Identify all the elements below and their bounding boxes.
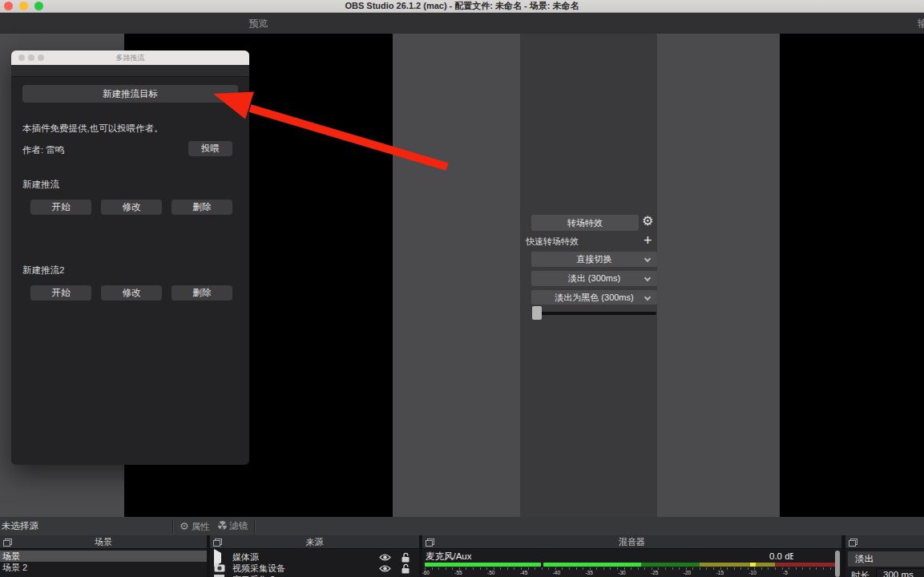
transition-slider-track[interactable] bbox=[533, 312, 656, 315]
sources-dock-header[interactable]: 来源 bbox=[210, 535, 419, 549]
quick-transition-fade-button[interactable]: 淡出 (300ms) bbox=[531, 271, 657, 286]
meter-peak-indicator bbox=[750, 563, 756, 567]
source-list-item[interactable]: 媒体源 bbox=[210, 551, 419, 563]
mixer-dock: 混音器 麦克风/Aux 0.0 dB -60 -55 -50 -45 -40 -… bbox=[422, 535, 841, 577]
stream1-start-button[interactable]: 开始 bbox=[30, 200, 91, 215]
scenes-dock-title: 场景 bbox=[95, 537, 112, 547]
dialog-minimize-icon[interactable] bbox=[28, 54, 34, 61]
transition-properties-gear-icon[interactable]: ⚙ bbox=[642, 213, 653, 228]
popout-dock-icon[interactable] bbox=[213, 539, 222, 547]
source-list-item[interactable]: 视频采集设备 bbox=[210, 563, 419, 574]
quick-transition-fade-label: 淡出 (300ms) bbox=[568, 273, 620, 283]
media-source-icon bbox=[214, 552, 227, 563]
stream2-name: 新建推流2 bbox=[22, 264, 64, 276]
plugin-free-text: 本插件免费提供,也可以投喂作者。 bbox=[22, 123, 163, 135]
filters-label: 滤镜 bbox=[229, 521, 248, 531]
transitions-header-button[interactable]: 转场特效 bbox=[531, 215, 639, 231]
meter-segment-olive bbox=[700, 563, 775, 567]
view-label-strip: 预览 输出 bbox=[0, 13, 924, 34]
mixer-channel-level: 0.0 dB bbox=[769, 551, 793, 562]
meter-tick-label: -30 bbox=[618, 570, 625, 575]
mixer-channel-name: 麦克风/Aux bbox=[426, 551, 472, 562]
properties-button[interactable]: ⚙ 属性 bbox=[180, 517, 210, 535]
author-label: 作者: 雷鸣 bbox=[22, 144, 64, 156]
minimize-window-icon[interactable] bbox=[19, 2, 28, 10]
dialog-close-icon[interactable] bbox=[18, 54, 25, 61]
scene-transitions-dock-header[interactable] bbox=[845, 535, 924, 549]
program-canvas[interactable] bbox=[780, 34, 924, 517]
multi-stream-dialog: 多路推流 新建推流目标 本插件免费提供,也可以投喂作者。 作者: 雷鸣 投喂 新… bbox=[11, 50, 249, 465]
no-source-selected-label: 未选择源 bbox=[2, 517, 38, 535]
meter-tick-label: -15 bbox=[716, 570, 724, 575]
meter-segment-bright-green bbox=[425, 563, 641, 567]
filters-icon bbox=[218, 521, 227, 530]
gear-icon: ⚙ bbox=[180, 520, 189, 532]
meter-tick-label: -60 bbox=[422, 570, 430, 575]
meter-notch bbox=[541, 563, 543, 567]
transition-select[interactable]: 淡出 bbox=[848, 551, 924, 567]
dialog-zoom-icon[interactable] bbox=[38, 54, 44, 61]
filters-button[interactable]: 滤镜 bbox=[218, 517, 248, 535]
toolbar-divider bbox=[172, 519, 173, 533]
system-titlebar: OBS Studio 26.1.2 (mac) - 配置文件: 未命名 - 场景… bbox=[0, 0, 924, 13]
chevron-down-icon bbox=[644, 275, 651, 281]
volume-meter bbox=[425, 563, 837, 567]
quick-transition-cut-label: 直接切换 bbox=[577, 254, 612, 264]
dialog-title: 多路推流 bbox=[116, 54, 145, 62]
camera-source-icon bbox=[214, 563, 227, 575]
mixer-dock-header[interactable]: 混音器 bbox=[422, 535, 841, 549]
stream2-delete-button[interactable]: 删除 bbox=[171, 285, 232, 301]
source-name: 视频采集设备 bbox=[232, 563, 285, 574]
new-stream-target-button[interactable]: 新建推流目标 bbox=[22, 85, 238, 103]
stream2-modify-button[interactable]: 修改 bbox=[101, 285, 162, 301]
meter-segment-red bbox=[775, 563, 837, 567]
duration-spinner[interactable]: 300 ms bbox=[876, 568, 924, 577]
quick-transition-cut-button[interactable]: 直接切换 bbox=[531, 252, 657, 267]
quick-transition-fade-black-label: 淡出为黑色 (300ms) bbox=[555, 293, 633, 302]
stream1-name: 新建推流 bbox=[22, 179, 59, 191]
docks-area: 场景 场景 场景 2 来源 媒体源 bbox=[0, 535, 924, 577]
quick-transition-fade-black-button[interactable]: 淡出为黑色 (300ms) bbox=[531, 290, 657, 305]
meter-tick-label: -25 bbox=[651, 570, 658, 575]
status-toolbar: 未选择源 ⚙ 属性 滤镜 bbox=[0, 517, 924, 535]
stream1-delete-button[interactable]: 删除 bbox=[171, 200, 232, 215]
meter-tick-label: -50 bbox=[487, 570, 494, 575]
scene-name: 场景 2 bbox=[2, 562, 27, 573]
mixer-scrollbar[interactable] bbox=[835, 551, 840, 577]
stream1-modify-button[interactable]: 修改 bbox=[101, 200, 162, 215]
program-view-label: 输出 bbox=[918, 13, 924, 34]
meter-tick-label: -40 bbox=[553, 570, 560, 575]
meter-tick-label: -45 bbox=[520, 570, 527, 575]
meter-tick-label: -55 bbox=[454, 570, 462, 575]
add-quick-transition-icon[interactable]: + bbox=[644, 232, 652, 249]
dialog-titlebar[interactable]: 多路推流 bbox=[11, 50, 249, 65]
properties-label: 属性 bbox=[192, 522, 210, 531]
popout-dock-icon[interactable] bbox=[849, 539, 857, 547]
scenes-dock-header[interactable]: 场景 bbox=[0, 535, 207, 549]
meter-tick-label: -35 bbox=[585, 570, 592, 575]
chevron-down-icon bbox=[644, 294, 651, 301]
transition-slider-handle[interactable] bbox=[532, 306, 542, 320]
scene-transitions-dock: 淡出 时长 300 ms bbox=[845, 535, 924, 577]
sources-dock: 来源 媒体源 视频采集设备 bbox=[210, 535, 419, 577]
donate-button[interactable]: 投喂 bbox=[188, 141, 232, 156]
mixer-dock-title: 混音器 bbox=[619, 537, 645, 547]
stream2-start-button[interactable]: 开始 bbox=[30, 285, 91, 301]
sources-dock-title: 来源 bbox=[306, 537, 324, 547]
scene-list-item[interactable]: 场景 bbox=[0, 551, 207, 562]
popout-dock-icon[interactable] bbox=[3, 539, 12, 547]
meter-tick-label: -5 bbox=[783, 570, 788, 575]
scene-list-item[interactable]: 场景 2 bbox=[0, 562, 207, 573]
close-window-icon[interactable] bbox=[4, 2, 13, 10]
popout-dock-icon[interactable] bbox=[426, 539, 434, 547]
duration-value: 300 ms bbox=[883, 570, 914, 577]
duration-label: 时长 bbox=[851, 570, 870, 577]
window-title: OBS Studio 26.1.2 (mac) - 配置文件: 未命名 - 场景… bbox=[345, 1, 579, 10]
scenes-dock: 场景 场景 场景 2 bbox=[0, 535, 207, 577]
chevron-down-icon bbox=[644, 256, 651, 262]
meter-segment-dark-green bbox=[641, 563, 700, 567]
source-name: 窗口采集 2 bbox=[232, 574, 275, 577]
zoom-window-icon[interactable] bbox=[34, 2, 43, 10]
dialog-toolbar-strip bbox=[11, 65, 249, 77]
source-list-item[interactable]: 窗口采集 2 bbox=[210, 574, 419, 577]
